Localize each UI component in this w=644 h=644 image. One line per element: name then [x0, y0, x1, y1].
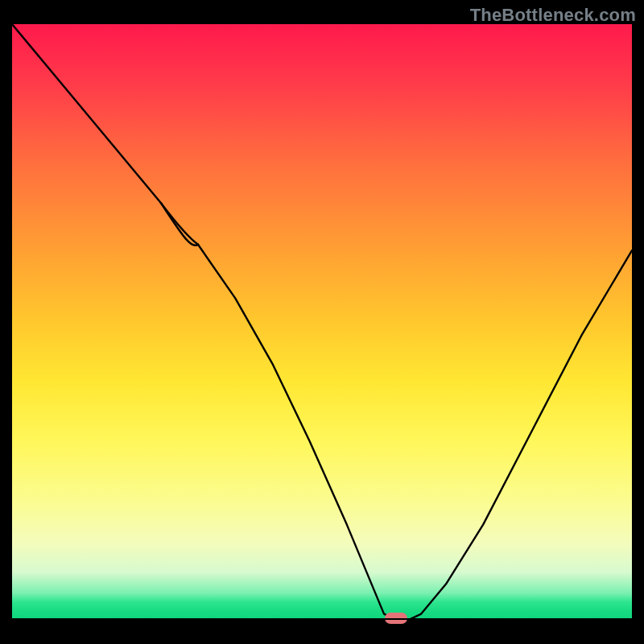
bottleneck-curve — [12, 24, 632, 620]
x-axis-baseline — [12, 618, 632, 620]
watermark-text: TheBottleneck.com — [470, 5, 636, 26]
chart-frame: TheBottleneck.com — [0, 0, 644, 644]
plot-area — [12, 24, 632, 620]
